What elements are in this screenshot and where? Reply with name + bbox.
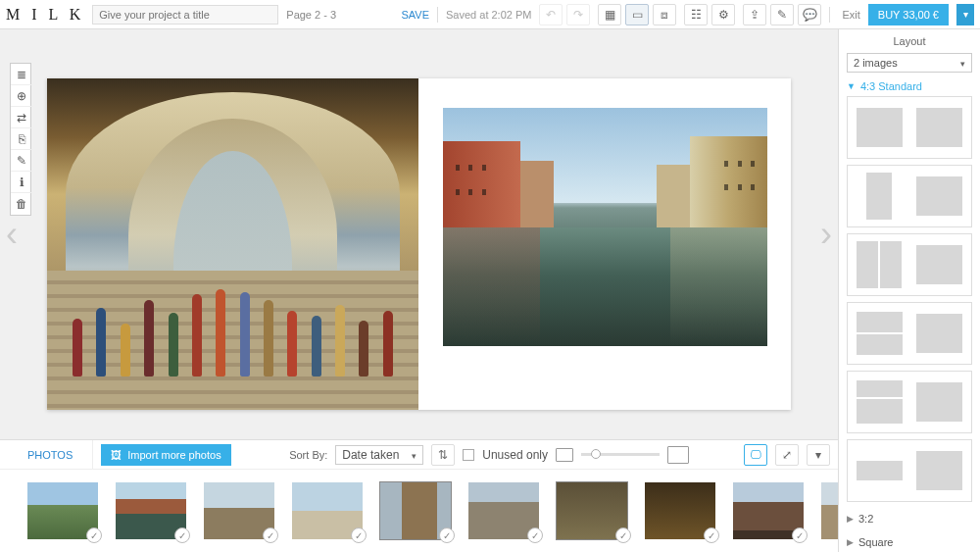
thumbnail[interactable]: ✓ <box>468 482 539 539</box>
sort-select[interactable]: Date taken <box>335 445 423 465</box>
import-label: Import more photos <box>127 449 220 461</box>
used-badge-icon: ✓ <box>527 527 543 543</box>
tool-info[interactable]: ℹ <box>11 172 32 193</box>
view-grid-button[interactable]: ▦ <box>598 4 621 25</box>
thumbnail[interactable]: ✓ <box>733 482 804 539</box>
settings-button[interactable]: ⚙ <box>711 4 735 25</box>
chevron-down-icon <box>960 57 965 69</box>
page-spread <box>47 78 791 410</box>
thumb-large-icon[interactable] <box>667 446 689 464</box>
layout-option[interactable] <box>847 165 972 227</box>
buy-dropdown[interactable]: ▾ <box>956 4 974 25</box>
guides-button[interactable]: ☷ <box>684 4 708 25</box>
used-badge-icon: ✓ <box>439 527 455 543</box>
thumbnail[interactable]: ✓ <box>292 482 363 539</box>
section-43-standard[interactable]: ▼ 4:3 Standard <box>839 73 980 96</box>
page-indicator: Page 2 - 3 <box>286 9 336 21</box>
tools-palette: ≣ ⊕ ⇄ ⎘ ✎ ℹ 🗑 <box>10 63 31 216</box>
view-spread-button[interactable]: ▭ <box>625 4 649 25</box>
import-photos-button[interactable]: 🖼 Import more photos <box>101 444 230 466</box>
tray-view-button[interactable]: 🖵 <box>744 444 767 466</box>
undo-button[interactable]: ↶ <box>539 4 563 25</box>
chat-button[interactable]: 💬 <box>798 4 821 25</box>
section-label: 3:2 <box>858 513 873 525</box>
layout-option[interactable] <box>847 439 972 502</box>
thumb-size-slider[interactable] <box>581 453 660 456</box>
share-button[interactable]: ⇪ <box>743 4 766 25</box>
caret-down-icon: ▼ <box>847 81 856 91</box>
image-icon: 🖼 <box>111 449 122 461</box>
comments-button[interactable]: ✎ <box>770 4 794 25</box>
thumbnail[interactable]: ✓ <box>380 482 451 539</box>
sort-by-label: Sort By: <box>289 449 327 461</box>
tool-delete[interactable]: 🗑 <box>11 193 32 215</box>
project-title-input[interactable] <box>92 5 278 25</box>
tray-expand-button[interactable]: ⤢ <box>775 444 799 466</box>
caret-right-icon: ▶ <box>847 537 854 547</box>
tool-edit[interactable]: ✎ <box>11 150 32 172</box>
divider <box>437 7 438 23</box>
section-32[interactable]: ▶ 3:2 <box>839 505 980 528</box>
logo: M I L K <box>6 6 84 24</box>
prev-page-arrow[interactable]: ‹ <box>6 214 18 255</box>
tool-copy[interactable]: ⎘ <box>11 128 32 150</box>
section-label: Square <box>858 536 893 548</box>
tray-collapse-button[interactable]: ▾ <box>807 444 830 466</box>
unused-only-checkbox[interactable] <box>463 449 474 461</box>
layout-option[interactable] <box>847 371 972 433</box>
buy-button[interactable]: BUY 33,00 € <box>868 4 949 25</box>
caret-right-icon: ▶ <box>847 514 854 524</box>
left-image[interactable] <box>47 78 418 410</box>
tool-swap[interactable]: ⇄ <box>11 107 32 128</box>
used-badge-icon: ✓ <box>263 527 278 543</box>
thumbnail[interactable]: ✓ <box>645 482 715 539</box>
exit-link[interactable]: Exit <box>842 9 859 21</box>
thumbnail[interactable]: ✓ <box>204 482 274 539</box>
right-image[interactable] <box>443 108 767 346</box>
images-count-select[interactable]: 2 images <box>847 53 972 73</box>
save-button[interactable]: SAVE <box>401 9 429 21</box>
top-bar: M I L K Page 2 - 3 SAVE Saved at 2:02 PM… <box>0 0 980 29</box>
sort-value: Date taken <box>342 448 399 462</box>
layout-option[interactable] <box>847 96 972 159</box>
used-badge-icon: ✓ <box>351 527 367 543</box>
used-badge-icon: ✓ <box>704 527 719 543</box>
page-right[interactable] <box>419 78 791 410</box>
used-badge-icon: ✓ <box>615 527 631 543</box>
layout-option[interactable] <box>847 302 972 365</box>
thumb-small-icon[interactable] <box>556 448 573 462</box>
chevron-down-icon <box>412 448 416 462</box>
used-badge-icon: ✓ <box>174 527 190 543</box>
thumbnail[interactable]: ✓ <box>27 482 98 539</box>
redo-button[interactable]: ↷ <box>566 4 590 25</box>
photo-tray: PHOTOS 🖼 Import more photos Sort By: Dat… <box>0 439 838 552</box>
layout-option[interactable] <box>847 233 972 296</box>
tool-add-image[interactable]: ⊕ <box>11 85 32 107</box>
workspace: ≣ ⊕ ⇄ ⎘ ✎ ℹ 🗑 ‹ › <box>0 29 838 439</box>
used-badge-icon: ✓ <box>792 527 808 543</box>
thumbnail[interactable]: ✓ <box>557 482 627 539</box>
page-left[interactable] <box>47 78 418 410</box>
saved-at-label: Saved at 2:02 PM <box>446 9 531 21</box>
divider <box>829 7 830 23</box>
section-square[interactable]: ▶ Square <box>839 528 980 552</box>
used-badge-icon: ✓ <box>86 527 102 543</box>
tool-text[interactable]: ≣ <box>11 64 32 85</box>
layout-options[interactable] <box>839 96 980 505</box>
sort-direction-button[interactable]: ⇅ <box>431 444 455 466</box>
thumbnail[interactable]: ✓ <box>116 482 186 539</box>
layout-panel: Layout 2 images ▼ 4:3 Standard ▶ 3:2 ▶ S… <box>838 29 980 552</box>
tray-toolbar: PHOTOS 🖼 Import more photos Sort By: Dat… <box>0 440 838 470</box>
photos-tab[interactable]: PHOTOS <box>8 440 93 470</box>
thumbnails-strip[interactable]: ✓✓✓✓✓✓✓✓✓✓ <box>0 470 838 552</box>
images-count-value: 2 images <box>854 57 898 69</box>
thumbnail[interactable]: ✓ <box>821 482 838 539</box>
section-label: 4:3 Standard <box>860 80 922 92</box>
panel-title: Layout <box>839 29 980 53</box>
unused-only-label: Unused only <box>482 448 548 462</box>
view-book-button[interactable]: ⧈ <box>653 4 676 25</box>
next-page-arrow[interactable]: › <box>820 214 832 255</box>
